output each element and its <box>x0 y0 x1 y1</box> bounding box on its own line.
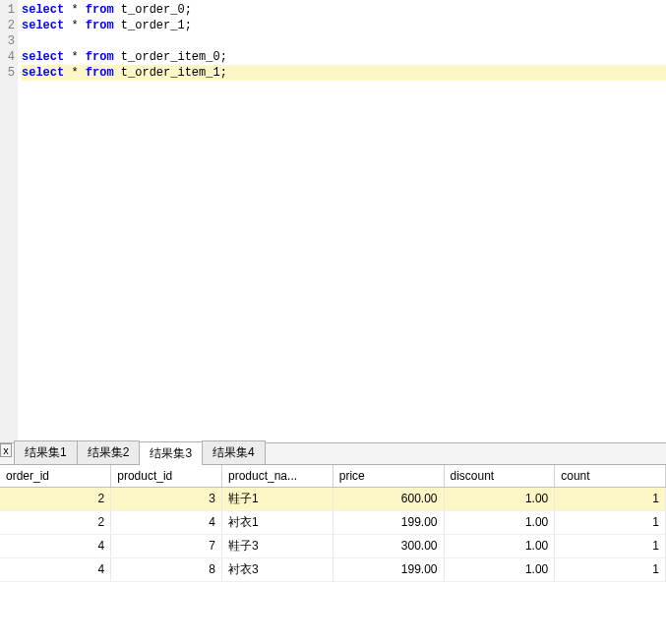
cell[interactable]: 2 <box>0 487 111 510</box>
cell[interactable]: 1.00 <box>444 510 555 534</box>
cell[interactable]: 1 <box>555 557 666 581</box>
cell[interactable]: 4 <box>0 534 111 557</box>
table-row[interactable]: 24衬衣1199.001.001 <box>0 510 666 534</box>
results-table[interactable]: order_idproduct_idproduct_na...pricedisc… <box>0 465 666 582</box>
table-row[interactable]: 23鞋子1600.001.001 <box>0 487 666 510</box>
cell[interactable]: 鞋子3 <box>222 534 333 557</box>
result-tabs: 结果集1结果集2结果集3结果集4 <box>0 443 666 465</box>
line-number: 2 <box>0 18 15 33</box>
cell[interactable]: 1.00 <box>444 487 555 510</box>
close-panel-button[interactable]: x <box>0 443 12 457</box>
cell[interactable]: 4 <box>111 510 222 534</box>
result-tab-1[interactable]: 结果集1 <box>14 440 78 464</box>
code-line[interactable] <box>22 33 666 49</box>
cell[interactable]: 2 <box>0 510 111 534</box>
cell[interactable]: 1 <box>555 534 666 557</box>
cell[interactable]: 1.00 <box>444 557 555 581</box>
table-header-row: order_idproduct_idproduct_na...pricedisc… <box>0 465 666 487</box>
cell[interactable]: 8 <box>111 557 222 581</box>
code-line[interactable]: select * from t_order_item_0; <box>22 49 666 65</box>
cell[interactable]: 鞋子1 <box>222 487 333 510</box>
column-header[interactable]: order_id <box>0 465 111 487</box>
result-tab-4[interactable]: 结果集4 <box>202 440 266 464</box>
result-tab-3[interactable]: 结果集3 <box>139 441 203 465</box>
cell[interactable]: 衬衣1 <box>222 510 333 534</box>
sql-editor[interactable]: 12345 select * from t_order_0;select * f… <box>0 0 666 442</box>
cell[interactable]: 4 <box>0 557 111 581</box>
cell[interactable]: 7 <box>111 534 222 557</box>
cell[interactable]: 1.00 <box>444 534 555 557</box>
line-number: 3 <box>0 33 15 49</box>
column-header[interactable]: product_id <box>111 465 222 487</box>
cell[interactable]: 199.00 <box>333 557 444 581</box>
cell[interactable]: 600.00 <box>333 487 444 510</box>
line-number-gutter: 12345 <box>0 0 18 442</box>
code-line[interactable]: select * from t_order_0; <box>22 2 666 18</box>
line-number: 4 <box>0 49 15 65</box>
table-row[interactable]: 48衬衣3199.001.001 <box>0 557 666 581</box>
cell[interactable]: 衬衣3 <box>222 557 333 581</box>
column-header[interactable]: product_na... <box>222 465 333 487</box>
line-number: 1 <box>0 2 15 18</box>
cell[interactable]: 300.00 <box>333 534 444 557</box>
cell[interactable]: 1 <box>555 487 666 510</box>
code-line[interactable]: select * from t_order_item_1; <box>22 65 666 81</box>
cell[interactable]: 1 <box>555 510 666 534</box>
table-row[interactable]: 47鞋子3300.001.001 <box>0 534 666 557</box>
column-header[interactable]: price <box>333 465 444 487</box>
cell[interactable]: 3 <box>111 487 222 510</box>
code-line[interactable]: select * from t_order_1; <box>22 18 666 33</box>
result-tab-2[interactable]: 结果集2 <box>77 440 141 464</box>
line-number: 5 <box>0 65 15 81</box>
column-header[interactable]: discount <box>444 465 555 487</box>
column-header[interactable]: count <box>555 465 666 487</box>
code-area[interactable]: select * from t_order_0;select * from t_… <box>18 0 666 442</box>
cell[interactable]: 199.00 <box>333 510 444 534</box>
results-panel: x 结果集1结果集2结果集3结果集4 order_idproduct_idpro… <box>0 442 666 582</box>
